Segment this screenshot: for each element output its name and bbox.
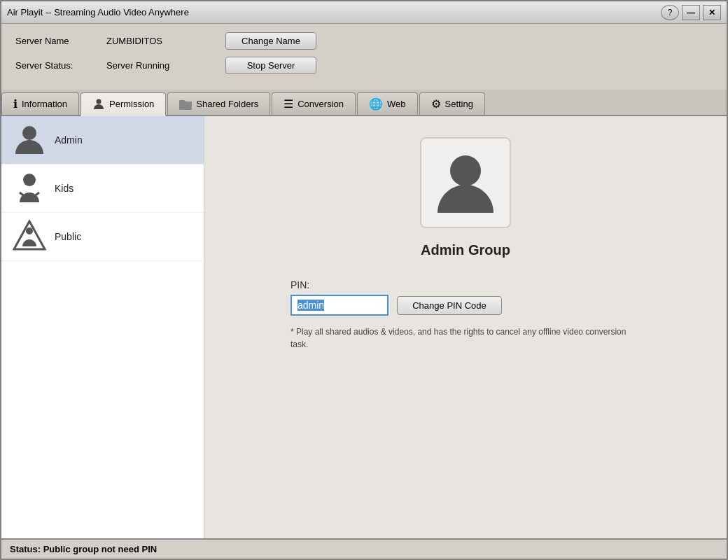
sidebar-item-kids[interactable]: Kids — [1, 164, 204, 213]
tab-web-label: Web — [387, 99, 406, 109]
list-icon: ☰ — [284, 97, 293, 111]
minimize-button[interactable]: — — [682, 5, 700, 20]
close-button[interactable]: ✕ — [703, 5, 721, 20]
status-text: Status: Public group not need PIN — [10, 544, 157, 554]
tab-information[interactable]: ℹ Information — [1, 92, 79, 115]
pin-section: PIN: Change PIN Code * Play all shared a… — [290, 279, 640, 351]
pin-description: * Play all shared audios & videos, and h… — [290, 326, 640, 351]
help-button[interactable]: ? — [661, 5, 679, 20]
gear-icon: ⚙ — [431, 97, 441, 111]
status-bar: Status: Public group not need PIN — [1, 538, 727, 559]
svg-point-3 — [23, 174, 36, 186]
group-name: Admin Group — [421, 242, 510, 258]
change-pin-button[interactable]: Change PIN Code — [397, 296, 502, 315]
server-status-row: Server Status: Server Running Stop Serve… — [15, 57, 713, 74]
app-title: Air Playit -- Streaming Audio Video Anyw… — [7, 7, 189, 18]
app-window: Air Playit -- Streaming Audio Video Anyw… — [0, 0, 728, 560]
server-info-panel: Server Name ZUMBIDITOS Change Name Serve… — [1, 24, 727, 90]
svg-rect-1 — [179, 102, 192, 110]
svg-point-7 — [26, 227, 33, 234]
tab-web[interactable]: 🌐 Web — [357, 92, 418, 115]
pin-input[interactable] — [290, 295, 388, 316]
tab-information-label: Information — [22, 99, 67, 109]
sidebar-kids-label: Kids — [55, 183, 74, 194]
server-name-label: Server Name — [15, 36, 92, 46]
title-bar: Air Playit -- Streaming Audio Video Anyw… — [1, 1, 727, 24]
info-icon: ℹ — [13, 97, 18, 111]
user-avatar-large — [420, 137, 511, 228]
globe-icon: 🌐 — [369, 97, 383, 111]
tab-permission-label: Permission — [109, 99, 154, 109]
svg-point-2 — [22, 126, 36, 140]
tab-conversion-label: Conversion — [298, 99, 344, 109]
person-icon — [92, 98, 105, 111]
tab-setting[interactable]: ⚙ Setting — [419, 92, 485, 115]
server-name-row: Server Name ZUMBIDITOS Change Name — [15, 32, 713, 50]
kids-icon — [13, 172, 46, 205]
sidebar-public-label: Public — [55, 231, 81, 242]
sidebar-item-public[interactable]: Public — [1, 213, 204, 261]
main-content: Admin Kids — [1, 116, 727, 538]
admin-icon — [13, 123, 46, 157]
server-status-label: Server Status: — [15, 60, 92, 71]
folder-icon — [179, 99, 192, 110]
sidebar-item-admin[interactable]: Admin — [1, 116, 204, 164]
svg-point-0 — [97, 99, 102, 104]
window-controls: ? — ✕ — [661, 5, 721, 20]
server-name-value: ZUMBIDITOS — [106, 36, 211, 46]
sidebar-admin-label: Admin — [55, 134, 83, 146]
detail-panel: Admin Group PIN: Change PIN Code * Play … — [204, 116, 727, 538]
user-sidebar: Admin Kids — [1, 116, 204, 538]
tab-permission[interactable]: Permission — [80, 92, 166, 116]
pin-label: PIN: — [290, 279, 640, 290]
tab-conversion[interactable]: ☰ Conversion — [272, 92, 356, 115]
stop-server-button[interactable]: Stop Server — [225, 57, 316, 74]
tab-setting-label: Setting — [445, 99, 473, 109]
tab-shared-folders[interactable]: Shared Folders — [167, 92, 270, 115]
public-icon — [13, 220, 46, 253]
tab-bar: ℹ Information Permission Shared Folders — [1, 90, 727, 116]
change-name-button[interactable]: Change Name — [225, 32, 316, 50]
svg-point-8 — [450, 155, 481, 186]
server-status-value: Server Running — [106, 60, 211, 71]
tab-shared-folders-label: Shared Folders — [196, 99, 258, 109]
pin-row: Change PIN Code — [290, 295, 640, 316]
